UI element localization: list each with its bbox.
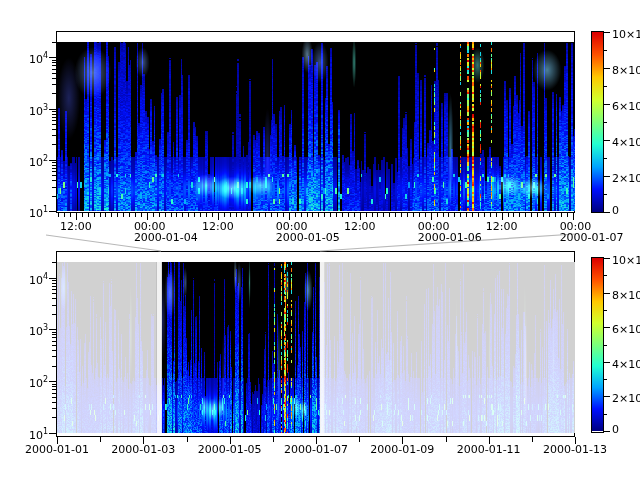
axis-tick — [604, 414, 607, 415]
axis-tick — [283, 213, 284, 217]
detail-spectrogram-canvas[interactable] — [57, 42, 575, 211]
axis-tick — [49, 109, 56, 110]
axis-tick — [241, 213, 242, 217]
axis-tick — [454, 213, 455, 217]
axis-tick — [52, 417, 56, 418]
axis-tick — [401, 213, 402, 217]
axis-tick — [318, 213, 319, 217]
axis-tick — [604, 176, 610, 177]
x-tick-label: 2000-01-09 — [367, 444, 437, 455]
axis-tick — [111, 213, 112, 217]
axis-tick — [187, 437, 188, 442]
y-tick-label: 101 — [22, 204, 48, 219]
x-tick-label: 12:00 — [340, 221, 380, 232]
axis-tick — [230, 213, 231, 217]
axis-tick — [159, 213, 160, 217]
axis-tick — [52, 144, 56, 145]
axis-tick — [52, 337, 56, 338]
axis-tick — [58, 213, 59, 217]
axis-tick — [105, 213, 106, 217]
axis-tick — [52, 196, 56, 197]
axis-tick — [52, 345, 56, 346]
axis-tick — [52, 402, 56, 403]
x-tick-date-label: 2000-01-04 — [134, 232, 198, 243]
axis-tick — [359, 437, 360, 442]
axis-tick — [52, 262, 56, 263]
axis-tick — [49, 329, 56, 330]
axis-tick — [604, 293, 610, 294]
axis-tick — [271, 213, 272, 217]
axis-tick — [543, 213, 544, 217]
axis-tick — [478, 213, 479, 217]
axis-tick — [295, 213, 296, 217]
axis-tick — [212, 213, 213, 217]
axis-tick — [377, 213, 378, 217]
axis-tick — [52, 93, 56, 94]
axis-tick — [70, 213, 71, 217]
axis-tick — [336, 213, 337, 217]
axis-tick — [484, 213, 485, 217]
zoom-window-highlight[interactable] — [161, 252, 320, 436]
axis-tick — [354, 213, 355, 217]
axis-tick — [52, 120, 56, 121]
axis-tick — [52, 384, 56, 385]
x-tick-date-label: 2000-01-05 — [276, 232, 340, 243]
axis-tick — [490, 213, 491, 217]
colorbar-tick-label: 0 — [612, 424, 619, 435]
axis-tick — [389, 213, 390, 217]
axis-tick — [537, 213, 538, 217]
axis-tick — [419, 213, 420, 217]
axis-tick — [52, 289, 56, 290]
axis-tick — [413, 213, 414, 217]
axis-tick — [502, 213, 503, 220]
axis-tick — [525, 213, 526, 217]
axis-tick — [383, 213, 384, 217]
axis-tick — [206, 213, 207, 217]
x-tick-label: 12:00 — [56, 221, 96, 232]
axis-tick — [330, 213, 331, 217]
colorbar-tick-label: 4×107 — [612, 355, 640, 370]
x-tick-label: 12:00 — [482, 221, 522, 232]
axis-tick — [236, 213, 237, 217]
y-tick-label: 102 — [22, 153, 48, 168]
axis-tick — [52, 298, 56, 299]
axis-tick — [200, 213, 201, 217]
axis-tick — [265, 213, 266, 217]
axis-tick — [52, 42, 56, 43]
axis-tick — [52, 129, 56, 130]
axis-tick — [604, 194, 607, 195]
axis-tick — [194, 213, 195, 217]
axis-tick — [52, 314, 56, 315]
axis-tick — [604, 86, 607, 87]
axis-tick — [532, 437, 533, 442]
axis-tick — [52, 393, 56, 394]
axis-tick — [49, 278, 56, 279]
axis-tick — [52, 165, 56, 166]
axis-tick — [52, 408, 56, 409]
axis-tick — [52, 73, 56, 74]
x-tick-date-label: 2000-01-06 — [418, 232, 482, 243]
axis-tick — [604, 50, 607, 51]
axis-tick — [52, 175, 56, 176]
axis-tick — [52, 60, 56, 61]
axis-tick — [301, 213, 302, 217]
x-tick-date-label: 2000-01-07 — [560, 232, 624, 243]
axis-tick — [52, 117, 56, 118]
axis-tick — [496, 213, 497, 217]
axis-tick — [52, 78, 56, 79]
axis-tick — [52, 283, 56, 284]
axis-tick — [472, 213, 473, 217]
x-tick-label: 2000-01-07 — [281, 444, 351, 455]
axis-tick — [604, 379, 607, 380]
axis-tick — [460, 213, 461, 217]
axis-tick — [366, 213, 367, 217]
x-tick-label: 2000-01-11 — [454, 444, 524, 455]
axis-tick — [49, 381, 56, 382]
axis-tick — [277, 213, 278, 217]
axis-tick — [573, 213, 574, 220]
y-tick-label: 101 — [22, 426, 48, 441]
x-tick-label: 2000-01-03 — [108, 444, 178, 455]
axis-tick — [531, 213, 532, 217]
axis-tick — [218, 213, 219, 220]
axis-tick — [431, 213, 432, 220]
